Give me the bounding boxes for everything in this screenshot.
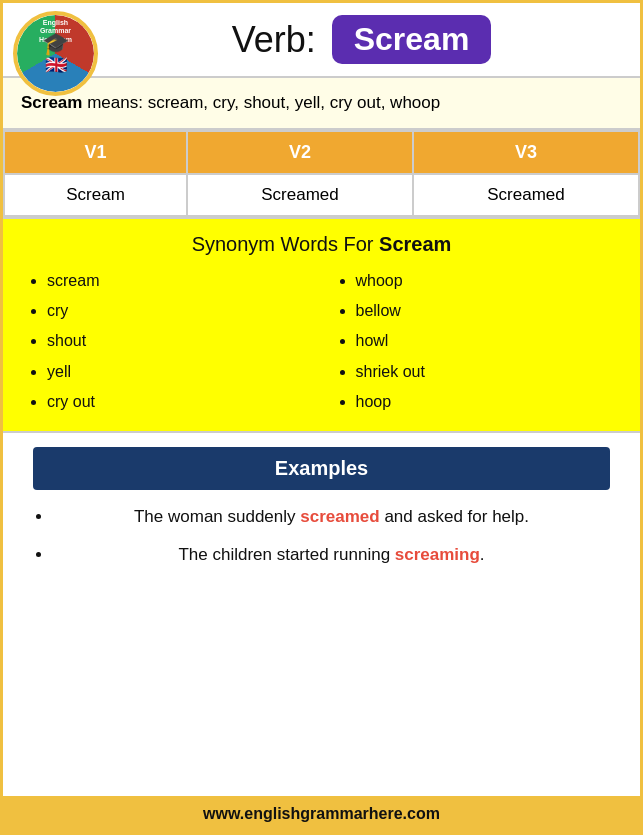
example-2-before: The children started running — [178, 545, 394, 564]
logo-hat-icon: 🎓 — [42, 33, 69, 55]
synonym-item: cry — [47, 296, 312, 326]
synonym-title: Synonym Words For Scream — [23, 233, 620, 256]
verb-label: Verb: — [232, 19, 316, 61]
example-2-after: . — [480, 545, 485, 564]
header: Verb: Scream — [3, 3, 640, 76]
synonym-item: shout — [47, 326, 312, 356]
table-header-v3: V3 — [413, 131, 639, 174]
synonym-item: bellow — [356, 296, 621, 326]
synonym-item: yell — [47, 357, 312, 387]
synonym-item: shriek out — [356, 357, 621, 387]
synonym-item: howl — [356, 326, 621, 356]
examples-body: The woman suddenly screamed and asked fo… — [3, 490, 640, 589]
example-1-highlight: screamed — [300, 507, 379, 526]
synonym-title-word: Scream — [379, 233, 451, 255]
synonym-item: hoop — [356, 387, 621, 417]
footer-url: www.englishgrammarhere.com — [203, 805, 440, 822]
synonym-item: scream — [47, 266, 312, 296]
table-row: Scream Screamed Screamed — [4, 174, 639, 216]
means-section: Scream means: scream, cry, shout, yell, … — [3, 76, 640, 130]
examples-header: Examples — [33, 447, 610, 490]
example-item-1: The woman suddenly screamed and asked fo… — [53, 504, 610, 530]
synonym-columns: scream cry shout yell cry out whoop bell… — [23, 266, 620, 418]
logo: EnglishGrammarHere.Com 🎓 🇬🇧 — [13, 11, 98, 96]
verb-table: V1 V2 V3 Scream Screamed Screamed — [3, 130, 640, 217]
table-cell-v3: Screamed — [413, 174, 639, 216]
table-cell-v1: Scream — [4, 174, 187, 216]
means-text: means: scream, cry, shout, yell, cry out… — [82, 93, 440, 112]
table-cell-v2: Screamed — [187, 174, 413, 216]
synonym-item: cry out — [47, 387, 312, 417]
word-badge: Scream — [332, 15, 492, 64]
example-2-highlight: screaming — [395, 545, 480, 564]
example-1-after: and asked for help. — [380, 507, 529, 526]
synonym-col-1: scream cry shout yell cry out — [23, 266, 312, 418]
table-header-v2: V2 — [187, 131, 413, 174]
synonym-item: whoop — [356, 266, 621, 296]
table-header-v1: V1 — [4, 131, 187, 174]
example-item-2: The children started running screaming. — [53, 542, 610, 568]
logo-flag-icon: 🇬🇧 — [45, 54, 67, 76]
synonym-section: Synonym Words For Scream scream cry shou… — [3, 217, 640, 434]
synonym-title-prefix: Synonym Words For — [192, 233, 379, 255]
synonym-col-2: whoop bellow howl shriek out hoop — [332, 266, 621, 418]
example-1-before: The woman suddenly — [134, 507, 300, 526]
footer: www.englishgrammarhere.com — [3, 796, 640, 832]
